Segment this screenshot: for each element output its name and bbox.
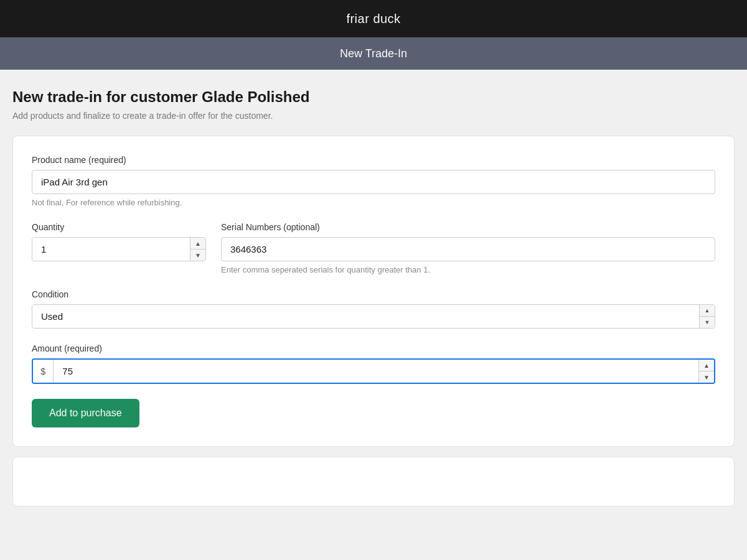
condition-select[interactable]: Used New Refurbished For Parts <box>32 305 699 328</box>
amount-label: Amount (required) <box>32 343 715 353</box>
product-name-group: Product name (required) Not final, For r… <box>32 155 715 207</box>
condition-group: Condition Used New Refurbished For Parts… <box>32 289 715 329</box>
serial-label: Serial Numbers (optional) <box>221 222 715 232</box>
quantity-group: Quantity ▲ ▼ <box>32 222 206 274</box>
quantity-up-button[interactable]: ▲ <box>190 238 205 250</box>
main-content: New trade-in for customer Glade Polished… <box>0 70 747 525</box>
second-card <box>12 457 735 506</box>
form-card: Product name (required) Not final, For r… <box>12 136 735 447</box>
condition-select-wrapper: Used New Refurbished For Parts ▲ ▼ <box>32 304 715 329</box>
amount-prefix: $ <box>33 360 54 383</box>
top-nav: friar duck <box>0 0 747 37</box>
serial-group: Serial Numbers (optional) Enter comma se… <box>221 222 715 274</box>
product-name-hint: Not final, For reference while refurbish… <box>32 198 715 207</box>
amount-up-button[interactable]: ▲ <box>699 360 714 371</box>
serial-hint: Enter comma seperated serials for quanti… <box>221 265 715 274</box>
app-title: friar duck <box>346 12 400 26</box>
amount-down-button[interactable]: ▼ <box>699 371 714 383</box>
sub-header: New Trade-In <box>0 37 747 70</box>
quantity-down-button[interactable]: ▼ <box>190 250 205 261</box>
quantity-label: Quantity <box>32 222 206 232</box>
serial-input[interactable] <box>221 237 715 261</box>
sub-header-title: New Trade-In <box>340 47 407 60</box>
quantity-input[interactable] <box>32 238 190 261</box>
quantity-serial-row: Quantity ▲ ▼ Serial Numbers (optional) E… <box>32 222 715 274</box>
add-to-purchase-button[interactable]: Add to purchase <box>32 399 139 427</box>
condition-down-button[interactable]: ▼ <box>700 317 715 328</box>
amount-controls: ▲ ▼ <box>698 360 714 383</box>
amount-group: Amount (required) $ ▲ ▼ <box>32 343 715 384</box>
product-name-label: Product name (required) <box>32 155 715 165</box>
page-title: New trade-in for customer Glade Polished <box>12 88 735 106</box>
amount-wrapper: $ ▲ ▼ <box>32 358 715 384</box>
page-subtitle: Add products and finalize to create a tr… <box>12 111 735 121</box>
quantity-wrapper: ▲ ▼ <box>32 237 206 261</box>
product-name-input[interactable] <box>32 170 715 194</box>
condition-arrows: ▲ ▼ <box>699 305 715 328</box>
quantity-controls: ▲ ▼ <box>190 238 205 261</box>
amount-input[interactable] <box>54 360 698 383</box>
condition-label: Condition <box>32 289 715 299</box>
condition-up-button[interactable]: ▲ <box>700 305 715 317</box>
